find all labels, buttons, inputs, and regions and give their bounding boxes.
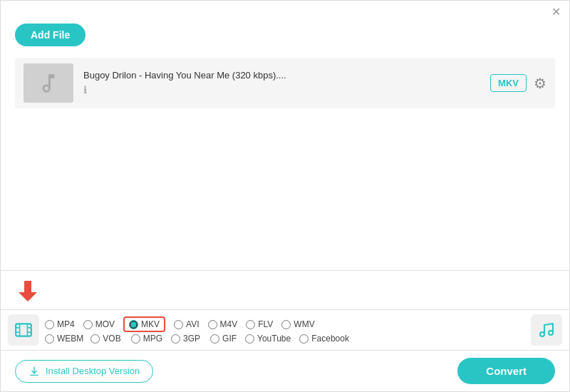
file-thumbnail (24, 63, 73, 103)
file-list: Bugoy Drilon - Having You Near Me (320 k… (1, 53, 569, 113)
format-mkv[interactable]: MKV (129, 319, 160, 329)
format-selector: MP4 MOV MKV AVI M4 (1, 309, 569, 350)
format-mov[interactable]: MOV (83, 319, 115, 329)
format-m4v[interactable]: M4V (208, 319, 238, 329)
svg-point-9 (540, 332, 544, 336)
add-file-button[interactable]: Add File (15, 24, 86, 46)
format-mp4[interactable]: MP4 (45, 319, 75, 329)
format-avi[interactable]: AVI (174, 319, 199, 329)
file-item: Bugoy Drilon - Having You Near Me (320 k… (15, 58, 555, 108)
format-3gp[interactable]: 3GP (171, 334, 200, 344)
music-note-icon (538, 321, 555, 339)
audio-format-icon[interactable] (531, 314, 562, 346)
file-info: Bugoy Drilon - Having You Near Me (320 k… (83, 70, 480, 96)
svg-marker-1 (19, 292, 37, 301)
main-content (1, 113, 569, 262)
header: Add File (1, 21, 569, 53)
file-name: Bugoy Drilon - Having You Near Me (320 k… (83, 70, 480, 81)
format-mpg[interactable]: MPG (131, 334, 162, 344)
svg-point-10 (549, 331, 553, 335)
format-youtube[interactable]: YouTube (245, 334, 291, 344)
svg-rect-2 (16, 324, 31, 336)
close-button[interactable]: ✕ (551, 6, 561, 18)
install-label: Install Desktop Version (46, 366, 140, 376)
video-format-icon[interactable] (8, 314, 39, 346)
format-mkv-highlight: MKV (123, 316, 165, 332)
convert-button[interactable]: Convert (457, 358, 555, 384)
title-bar: ✕ (1, 1, 569, 21)
music-icon (36, 71, 61, 96)
format-facebook[interactable]: Facebook (299, 334, 349, 344)
down-arrow-icon (15, 278, 41, 304)
format-vob[interactable]: VOB (90, 334, 120, 344)
svg-rect-0 (24, 281, 31, 293)
info-icon[interactable]: ℹ (83, 84, 87, 96)
download-icon (28, 366, 40, 377)
footer-row: Install Desktop Version Convert (1, 350, 569, 391)
file-actions: MKV ⚙ (490, 74, 546, 92)
format-webm[interactable]: WEBM (45, 334, 83, 344)
format-badge[interactable]: MKV (490, 74, 527, 92)
bottom-panel: MP4 MOV MKV AVI M4 (1, 270, 569, 391)
arrow-indicator (1, 271, 569, 309)
settings-icon[interactable]: ⚙ (534, 75, 546, 92)
format-wmv[interactable]: WMV (281, 319, 314, 329)
format-flv[interactable]: FLV (246, 319, 273, 329)
film-icon (14, 321, 33, 339)
install-desktop-button[interactable]: Install Desktop Version (15, 360, 153, 383)
format-gif[interactable]: GIF (210, 334, 237, 344)
